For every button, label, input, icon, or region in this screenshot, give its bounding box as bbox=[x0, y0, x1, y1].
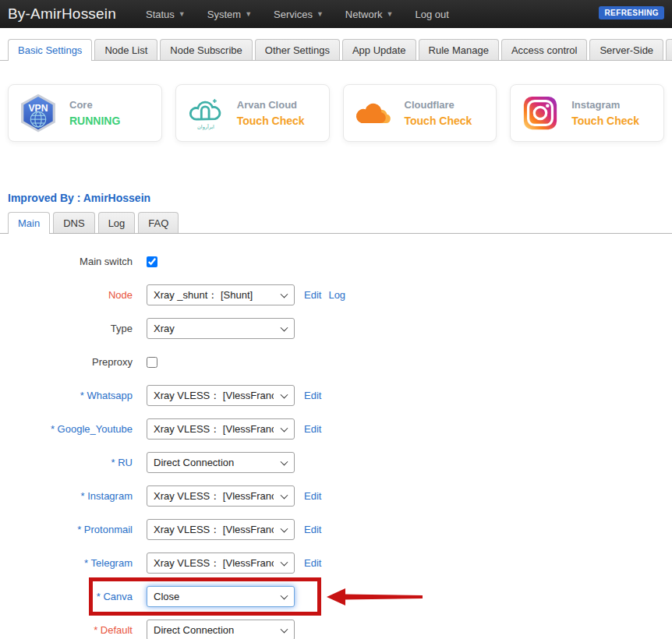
chevron-down-icon: ▼ bbox=[317, 10, 324, 18]
form-row-whatsapp: * Whatsapp Xray VLESS： [VlessFrance] Edi… bbox=[0, 385, 672, 406]
tab-rule-manage[interactable]: Rule Manage bbox=[419, 39, 499, 60]
field-label-protonmail: * Protonmail bbox=[0, 524, 133, 535]
subtab-dns[interactable]: DNS bbox=[53, 212, 94, 233]
google-youtube-select[interactable]: Xray VLESS： [VlessFrance] bbox=[147, 418, 295, 440]
tab-server-side[interactable]: Server-Side bbox=[589, 39, 663, 60]
form-row-preproxy: Preproxy bbox=[0, 351, 672, 372]
node-select[interactable]: Xray _shunt： [Shunt] bbox=[147, 284, 295, 305]
form-row-node: Node Xray _shunt： [Shunt] EditLog bbox=[0, 284, 672, 305]
field-label-google-youtube: * Google_Youtube bbox=[0, 423, 133, 435]
chevron-down-icon: ▼ bbox=[179, 10, 186, 18]
field-label-type: Type bbox=[0, 323, 133, 334]
protonmail-select[interactable]: Xray VLESS： [VlessFrance] bbox=[147, 519, 295, 540]
sub-tab-bar: MainDNSLogFAQ bbox=[0, 212, 672, 234]
card-status[interactable]: Touch Check bbox=[571, 115, 639, 127]
vpn-shield-icon: VPN bbox=[18, 93, 58, 133]
menu-item-services[interactable]: Services▼ bbox=[274, 9, 324, 20]
status-cards: VPN Core RUNNING ابرآروان Arvan Cloud To… bbox=[8, 84, 664, 142]
field-control: Direct Connection bbox=[147, 620, 295, 639]
card-status[interactable]: Touch Check bbox=[405, 115, 472, 127]
status-card-instagram[interactable]: Instagram Touch Check bbox=[510, 84, 664, 142]
arvan-cloud-icon: ابرآروان bbox=[186, 93, 226, 133]
field-control bbox=[147, 357, 157, 368]
card-title: Instagram bbox=[571, 99, 639, 111]
ru-select[interactable]: Direct Connection bbox=[147, 452, 295, 473]
tab-other-settings[interactable]: Other Settings bbox=[255, 39, 340, 60]
menu-item-label: Status bbox=[146, 9, 175, 20]
menu-item-label: Network bbox=[345, 9, 383, 20]
form-row-instagram: * Instagram Xray VLESS： [VlessFrance] Ed… bbox=[0, 485, 672, 507]
form-row-type: Type Xray bbox=[0, 318, 672, 339]
field-label-preproxy: Preproxy bbox=[0, 356, 133, 368]
tab-app-update[interactable]: App Update bbox=[342, 39, 416, 60]
main-tab-bar: Basic SettingsNode ListNode SubscribeOth… bbox=[0, 39, 672, 61]
cloudflare-icon bbox=[353, 93, 394, 133]
edit-link[interactable]: Edit bbox=[304, 390, 321, 401]
refreshing-badge[interactable]: REFRESHING bbox=[599, 6, 664, 19]
menu-item-label: Log out bbox=[415, 9, 448, 20]
form-row-ru: * RU Direct Connection bbox=[0, 452, 672, 473]
tab-node-subscribe[interactable]: Node Subscribe bbox=[160, 39, 253, 60]
chevron-down-icon: ▼ bbox=[245, 10, 252, 18]
field-label-default: * Default bbox=[0, 624, 133, 636]
tab-access-control[interactable]: Access control bbox=[501, 39, 588, 60]
form-row-google-youtube: * Google_Youtube Xray VLESS： [VlessFranc… bbox=[0, 418, 672, 440]
tab-watch-logs[interactable]: Watch Logs bbox=[666, 39, 672, 60]
edit-link[interactable]: Edit bbox=[304, 524, 321, 535]
brand-title: By-AmirHossein bbox=[8, 5, 116, 23]
status-card-core[interactable]: VPN Core RUNNING bbox=[8, 84, 162, 142]
edit-link[interactable]: Edit bbox=[304, 289, 321, 301]
subtab-main[interactable]: Main bbox=[8, 212, 50, 233]
form-row-default: * Default Direct Connection bbox=[0, 620, 672, 639]
menu-item-label: System bbox=[207, 9, 241, 20]
log-link[interactable]: Log bbox=[328, 289, 345, 301]
annotation-arrow-icon bbox=[326, 587, 424, 607]
status-card-arvan-cloud[interactable]: ابرآروان Arvan Cloud Touch Check bbox=[175, 84, 330, 142]
menu-item-label: Services bbox=[274, 9, 313, 20]
field-label-canva: * Canva bbox=[0, 591, 133, 602]
tab-basic-settings[interactable]: Basic Settings bbox=[8, 39, 92, 60]
field-label-whatsapp: * Whatsapp bbox=[0, 390, 133, 401]
card-title: Core bbox=[69, 99, 120, 111]
field-links: EditLog bbox=[304, 289, 345, 301]
edit-link[interactable]: Edit bbox=[304, 557, 321, 569]
chevron-down-icon: ▼ bbox=[387, 10, 394, 18]
svg-text:VPN: VPN bbox=[28, 103, 48, 114]
whatsapp-select[interactable]: Xray VLESS： [VlessFrance] bbox=[147, 385, 295, 406]
field-control: Xray VLESS： [VlessFrance] bbox=[147, 418, 295, 440]
telegram-select[interactable]: Xray VLESS： [VlessFrance] bbox=[147, 553, 295, 574]
top-navbar: By-AmirHossein Status▼System▼Services▼Ne… bbox=[0, 0, 672, 28]
tab-node-list[interactable]: Node List bbox=[94, 39, 157, 60]
improved-by-heading: Improved By : AmirHossein bbox=[8, 192, 672, 204]
field-links: Edit bbox=[304, 423, 321, 435]
subtab-faq[interactable]: FAQ bbox=[138, 212, 179, 233]
preproxy-checkbox[interactable] bbox=[147, 357, 157, 368]
status-card-cloudflare[interactable]: Cloudflare Touch Check bbox=[343, 84, 497, 142]
form-row-protonmail: * Protonmail Xray VLESS： [VlessFrance] E… bbox=[0, 519, 672, 540]
field-control: Xray _shunt： [Shunt] bbox=[147, 284, 295, 305]
type-select[interactable]: Xray bbox=[147, 318, 295, 339]
menu-item-status[interactable]: Status▼ bbox=[146, 9, 186, 20]
form-row-canva: * Canva Close bbox=[0, 586, 672, 607]
field-label-main-switch: Main switch bbox=[0, 256, 133, 267]
instagram-icon bbox=[520, 93, 561, 133]
main-switch-checkbox[interactable] bbox=[147, 256, 157, 267]
edit-link[interactable]: Edit bbox=[304, 423, 321, 435]
edit-link[interactable]: Edit bbox=[304, 490, 321, 502]
subtab-log[interactable]: Log bbox=[98, 212, 136, 233]
card-title: Arvan Cloud bbox=[237, 99, 305, 111]
menu-item-system[interactable]: System▼ bbox=[207, 9, 252, 20]
field-control: Xray VLESS： [VlessFrance] bbox=[147, 553, 295, 574]
instagram-select[interactable]: Xray VLESS： [VlessFrance] bbox=[147, 485, 295, 507]
main-menu: Status▼System▼Services▼Network▼Log out bbox=[135, 9, 460, 20]
field-label-node: Node bbox=[0, 289, 133, 301]
card-status[interactable]: RUNNING bbox=[69, 115, 120, 127]
card-status[interactable]: Touch Check bbox=[237, 115, 305, 127]
canva-select[interactable]: Close bbox=[147, 586, 295, 607]
menu-item-network[interactable]: Network▼ bbox=[345, 9, 394, 20]
default-select[interactable]: Direct Connection bbox=[147, 620, 295, 639]
svg-text:ابرآروان: ابرآروان bbox=[197, 123, 214, 130]
field-control: Close bbox=[147, 586, 295, 607]
field-control: Xray VLESS： [VlessFrance] bbox=[147, 519, 295, 540]
menu-item-log-out[interactable]: Log out bbox=[415, 9, 448, 20]
